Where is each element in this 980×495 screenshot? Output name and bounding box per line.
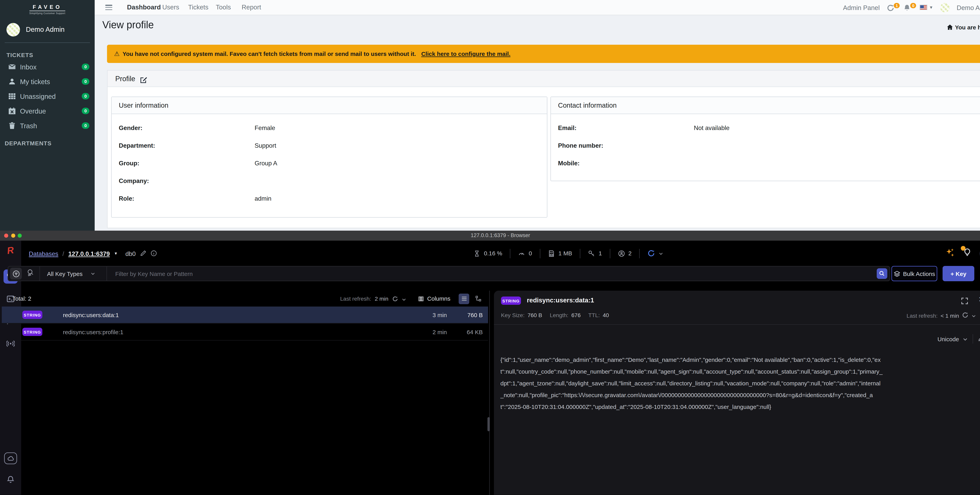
stat-ops: 0 [510,249,539,258]
key-row[interactable]: STRING redisync:users:data:1 3 min 760 B [2,307,488,324]
chevron-down-icon [659,251,663,256]
info-row: Company: [112,172,547,190]
refresh-settings-chevron[interactable] [401,294,406,304]
language-selector[interactable]: ▼ [920,5,933,10]
apply-filter-button[interactable] [877,268,887,279]
sidebar-item-unassigned[interactable]: Unassigned 0 [0,89,95,104]
panel-resizer[interactable] [489,291,490,495]
nav-tickets[interactable]: Tickets [188,0,208,15]
sidebar-heading-departments: DEPARTMENTS [5,140,51,147]
edit-value-button[interactable] [978,334,980,344]
faveo-app: FAVEO Simplifying Customer Support Demo … [0,0,980,231]
admin-panel-link[interactable]: Admin Panel [843,4,880,11]
avatar[interactable] [940,3,950,12]
sync-button[interactable]: 1 [887,3,896,12]
caret-down-icon[interactable]: ▼ [114,251,118,255]
sync-icon [887,4,894,11]
avatar [6,23,20,36]
redisinsight-window: 127.0.0.1:6379 - Browser R [0,231,980,495]
faveo-topnav: Dashboard Users Tickets Tools Report Adm… [95,0,980,15]
redisinsight-app: R [0,241,980,495]
type-badge: STRING [501,297,521,305]
nav-users[interactable]: Users [162,0,179,15]
details-refresh-chevron[interactable] [971,310,976,321]
key-row[interactable]: STRING redisync:users:profile:1 2 min 64… [2,324,488,341]
tree-view-toggle[interactable] [473,294,483,304]
warning-icon: ⚠ [114,51,119,57]
copilot-button[interactable] [945,248,955,259]
sidebar-item-my-tickets[interactable]: My tickets 0 [0,74,95,89]
key-filter-input[interactable] [107,267,877,281]
faveo-sidebar: FAVEO Simplifying Customer Support Demo … [0,0,95,231]
sidebar-item-inbox[interactable]: Inbox 0 [0,59,95,74]
notifications-button[interactable]: 0 [903,3,913,12]
caret-down-icon: ▼ [929,5,933,10]
info-row: Email:Not available [551,119,980,136]
search-list-icon [27,269,34,276]
banner-text: You have not configured system mail. Fav… [123,51,416,57]
sidebar-item-overdue[interactable]: Overdue 0 [0,104,95,118]
type-badge: STRING [22,311,42,319]
trash-icon [979,311,980,318]
sidebar-menu: Inbox 0 My tickets 0 Unassigned 0 Overdu… [0,59,95,133]
edit-alias-button[interactable] [140,250,146,257]
info-row: Mobile: [551,154,980,172]
nav-report[interactable]: Report [242,0,261,15]
nav-dashboard[interactable]: Dashboard [127,0,161,15]
help-center-button[interactable] [963,248,972,259]
hamburger-icon[interactable] [105,5,112,11]
stats-refresh-button[interactable] [640,249,671,258]
memory-icon [548,250,555,257]
configure-mail-link[interactable]: Click here to configure the mail. [421,51,511,57]
count-badge: 0 [82,64,89,70]
clients-icon [618,250,625,257]
user-icon [8,78,16,85]
info-row: Phone number: [551,136,980,154]
key-list-panel: Total: 2 Last refresh: 2 min Columns [2,291,488,495]
browser-header: Databases / 127.0.0.1:6379 ▼ db0 0.16 % [21,241,980,266]
bulk-actions-button[interactable]: Bulk Actions [891,266,937,281]
close-details-button[interactable]: ✕ [978,295,980,303]
window-title: 127.0.0.1:6379 - Browser [0,231,980,241]
expand-panel-button[interactable] [961,297,969,307]
db-info-button[interactable] [150,250,157,257]
card-title: Contact information [551,97,980,114]
info-icon [150,250,157,257]
list-view-toggle[interactable] [459,294,469,304]
key-type-select[interactable]: All Key Types [40,267,101,281]
topnav-user-name[interactable]: Demo Admin [957,4,980,11]
sidebar-item-trash[interactable]: Trash 0 [0,118,95,133]
value-format-select[interactable]: Unicode [937,336,968,342]
key-ttl: 40 [603,312,609,318]
details-refresh-button[interactable] [962,310,969,321]
grid-icon [8,93,16,100]
pencil-icon [140,250,146,257]
window-titlebar[interactable]: 127.0.0.1:6379 - Browser [0,231,980,241]
refresh-icon [648,249,655,257]
delete-key-button[interactable] [979,310,980,321]
columns-button[interactable]: Columns [427,295,450,302]
list-refresh-button[interactable] [392,294,398,304]
count-badge: 0 [82,93,89,99]
notification-dot [961,246,966,251]
instance-selector[interactable]: 127.0.0.1:6379 [68,250,110,257]
count-badge: 0 [82,108,89,114]
nav-tools[interactable]: Tools [216,0,231,15]
envelope-icon [8,63,16,70]
list-view-icon [461,295,467,302]
add-key-button[interactable]: + Key [943,266,974,281]
key-size: 760 B [527,312,542,318]
tree-view-icon [475,295,481,302]
faveo-logo-title: FAVEO [33,4,62,10]
refresh-icon [962,312,969,318]
sparkles-icon [945,248,955,257]
sidebar-divider [5,42,90,43]
edit-profile-button[interactable] [140,75,147,82]
databases-link[interactable]: Databases [29,250,59,257]
key-value-viewer[interactable]: {"id":1,"user_name":"demo_admin","first_… [500,354,883,413]
filter-mode-button[interactable] [10,268,22,279]
scan-mode-button[interactable] [27,268,34,279]
screen: FAVEO Simplifying Customer Support Demo … [0,0,980,495]
panel-resizer-handle[interactable] [487,417,490,431]
columns-icon [418,296,424,302]
